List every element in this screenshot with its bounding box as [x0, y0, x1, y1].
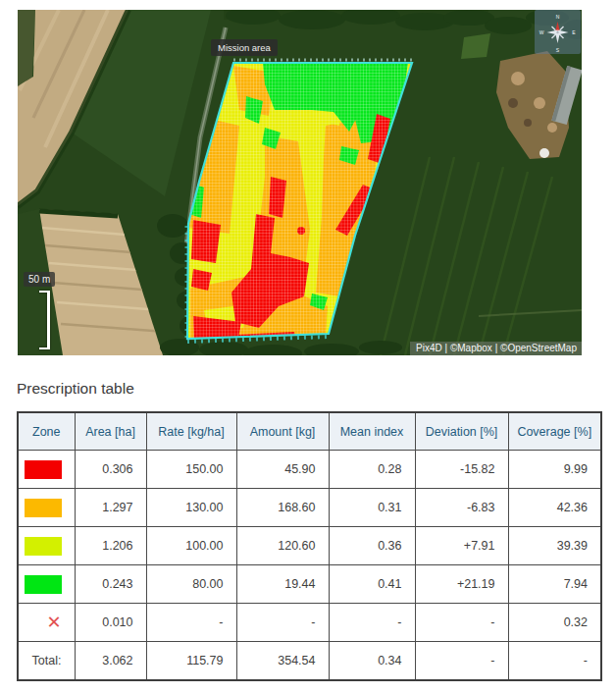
coverage-cell: 9.99 — [508, 451, 601, 489]
satellite-scene — [18, 10, 582, 355]
deviation-cell: -6.83 — [415, 489, 508, 527]
compass-n-label: N — [556, 14, 560, 20]
rate-cell: 150.00 — [146, 451, 236, 489]
amount-cell: 168.60 — [236, 489, 329, 527]
amount-cell: 45.90 — [236, 451, 329, 489]
column-header: Zone — [18, 412, 75, 451]
rate-cell: - — [146, 604, 236, 642]
compass-e-label: E — [572, 29, 576, 35]
mean-index-cell: 0.34 — [329, 642, 415, 681]
rate-cell: 100.00 — [146, 527, 236, 565]
table-header-row: Zone Area [ha] Rate [kg/ha] Amount [kg] … — [18, 412, 601, 451]
zone-cell — [18, 565, 75, 604]
mission-area-label: Mission area — [211, 39, 278, 56]
prescription-table: Zone Area [ha] Rate [kg/ha] Amount [kg] … — [17, 411, 602, 681]
zone-color-swatch — [25, 537, 62, 556]
amount-cell: 354.54 — [236, 642, 329, 681]
rate-cell: 80.00 — [146, 565, 236, 604]
coverage-cell: 39.39 — [508, 527, 601, 565]
excluded-zone-icon: ✕ — [46, 613, 61, 632]
column-header: Rate [kg/ha] — [146, 412, 236, 451]
coverage-cell: 0.32 — [508, 604, 601, 642]
deviation-cell: - — [415, 604, 508, 642]
table-row: 0.243 80.00 19.44 0.41 +21.19 7.94 — [18, 565, 601, 604]
area-cell: 1.297 — [75, 489, 146, 527]
map-attribution[interactable]: Pix4D | ©Mapbox | ©OpenStreetMap — [410, 342, 582, 355]
mean-index-cell: 0.28 — [329, 451, 415, 489]
column-header: Deviation [%] — [415, 412, 508, 451]
column-header: Coverage [%] — [508, 412, 601, 451]
deviation-cell: -15.82 — [415, 451, 508, 489]
mean-index-cell: 0.41 — [329, 565, 415, 604]
compass-star-icon: N E S W — [535, 10, 581, 54]
deviation-cell: +21.19 — [415, 565, 508, 604]
coverage-cell: - — [508, 642, 601, 681]
zone-cell — [18, 527, 75, 565]
column-header: Mean index — [329, 412, 415, 451]
coverage-cell: 42.36 — [508, 489, 601, 527]
area-cell: 0.243 — [75, 565, 146, 604]
coverage-cell: 7.94 — [508, 565, 601, 604]
table-row: 1.297 130.00 168.60 0.31 -6.83 42.36 — [18, 489, 601, 527]
mean-index-cell: 0.31 — [329, 489, 415, 527]
mean-index-cell: 0.36 — [329, 527, 415, 565]
column-header: Amount [kg] — [236, 412, 329, 451]
scale-bar — [39, 291, 50, 349]
table-row: 0.306 150.00 45.90 0.28 -15.82 9.99 — [18, 451, 601, 489]
table-row: 1.206 100.00 120.60 0.36 +7.91 39.39 — [18, 527, 601, 565]
total-label-cell: Total: — [18, 642, 75, 681]
amount-cell: - — [236, 604, 329, 642]
table-row: ✕ 0.010 - - - - 0.32 — [18, 604, 601, 642]
zone-cell: ✕ — [18, 604, 75, 642]
deviation-cell: +7.91 — [415, 527, 508, 565]
compass-rose[interactable]: N E S W — [535, 10, 581, 54]
amount-cell: 19.44 — [236, 565, 329, 604]
page-title: Prescription table — [17, 380, 134, 398]
mean-index-cell: - — [329, 604, 415, 642]
compass-s-label: S — [556, 47, 560, 53]
zone-cell — [18, 489, 75, 527]
table-total-row: Total: 3.062 115.79 354.54 0.34 - - — [18, 642, 601, 681]
compass-w-label: W — [539, 29, 544, 35]
deviation-cell: - — [415, 642, 508, 681]
area-cell: 1.206 — [75, 527, 146, 565]
zone-color-swatch — [25, 575, 62, 594]
map-canvas[interactable]: Mission area N E S W 50 m Pix4D | ©Mapbo… — [18, 10, 582, 355]
amount-cell: 120.60 — [236, 527, 329, 565]
zone-color-swatch — [25, 460, 62, 479]
scale-label: 50 m — [24, 272, 55, 287]
rate-cell: 115.79 — [146, 642, 236, 681]
zone-color-swatch — [25, 499, 62, 517]
area-cell: 3.062 — [75, 642, 146, 681]
rate-cell: 130.00 — [146, 489, 236, 527]
area-cell: 0.010 — [75, 604, 146, 642]
column-header: Area [ha] — [75, 412, 146, 451]
area-cell: 0.306 — [75, 451, 146, 489]
zone-cell — [18, 451, 75, 489]
